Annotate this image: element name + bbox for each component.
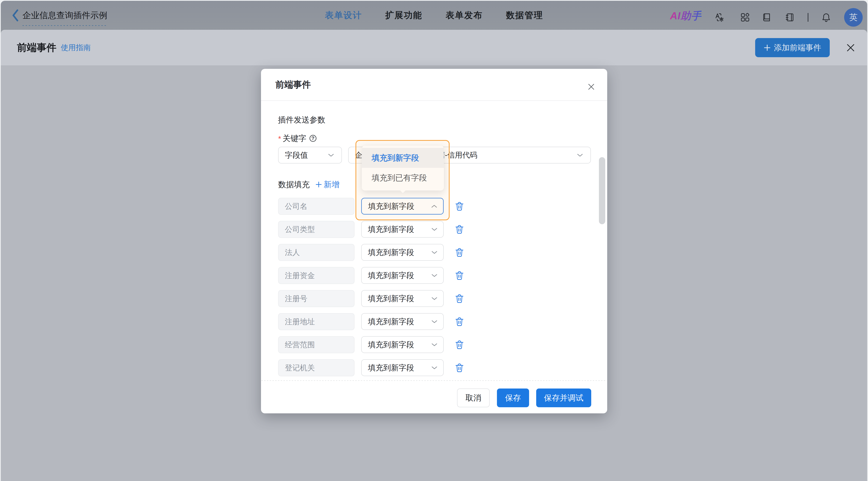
delete-row-icon[interactable] — [455, 225, 464, 234]
modal-header: 前端事件 — [261, 69, 607, 101]
add-new-link[interactable]: 新增 — [315, 179, 340, 190]
row-fill-select[interactable]: 填充到新字段 — [361, 221, 444, 238]
add-frontend-event-label: 添加前端事件 — [774, 42, 821, 53]
usage-guide-link[interactable]: 使用指南 — [61, 42, 91, 53]
chevron-down-icon — [431, 366, 437, 370]
delete-row-icon[interactable] — [455, 317, 464, 326]
book-icon[interactable] — [762, 13, 771, 22]
chevron-down-icon — [431, 320, 437, 323]
cancel-button[interactable]: 取消 — [457, 388, 490, 407]
navbar-row: 企业信息查询插件示例 表单设计 扩展功能 表单发布 数据管理 AI助手 — [1, 1, 867, 30]
tab-form-publish[interactable]: 表单发布 — [446, 9, 483, 21]
delete-row-icon[interactable] — [455, 248, 464, 257]
row-field-label: 注册资金 — [278, 267, 354, 284]
notebook-icon[interactable] — [785, 13, 795, 22]
panel-close-icon[interactable] — [846, 43, 855, 52]
fill-type-dropdown: 填充到新字段 填充到已有字段 — [362, 146, 444, 191]
form-name[interactable]: 企业信息查询插件示例 — [23, 10, 107, 21]
chevron-down-icon — [328, 154, 334, 157]
row-fill-select[interactable]: 填充到新字段 — [361, 290, 444, 307]
modal-scrollbar-thumb[interactable] — [599, 157, 605, 224]
row-field-label: 注册号 — [278, 290, 354, 307]
chevron-down-icon — [431, 274, 437, 277]
apps-icon[interactable] — [741, 13, 750, 22]
keyword-type-value: 字段值 — [285, 150, 308, 161]
bell-icon[interactable] — [822, 13, 831, 22]
chevron-down-icon — [431, 228, 437, 231]
row-field-label: 登记机关 — [278, 359, 354, 376]
chevron-down-icon — [577, 154, 583, 157]
avatar-label: 英 — [849, 12, 858, 23]
chevron-down-icon — [431, 251, 437, 254]
avatar[interactable]: 英 — [844, 8, 863, 27]
save-button[interactable]: 保存 — [497, 388, 529, 407]
tab-data-manage[interactable]: 数据管理 — [506, 9, 543, 21]
plus-icon — [764, 44, 771, 51]
modal-close-icon[interactable] — [588, 84, 595, 90]
data-fill-label: 数据填充 — [278, 179, 310, 190]
chevron-down-icon — [431, 297, 437, 300]
tab-extensions[interactable]: 扩展功能 — [385, 9, 422, 21]
delete-row-icon[interactable] — [455, 363, 464, 373]
ai-assistant-logo[interactable]: AI助手 — [670, 9, 702, 23]
chevron-up-icon — [431, 204, 437, 208]
nav-right-cluster: AI助手 — [670, 1, 867, 30]
row-fill-select[interactable]: 填充到新字段 — [361, 313, 444, 330]
save-and-debug-button[interactable]: 保存并调试 — [536, 388, 591, 407]
add-new-label: 新增 — [324, 179, 340, 190]
keyword-label: 关键字 — [283, 133, 306, 144]
keyword-label-row: * 关键字 ? — [278, 134, 316, 142]
translate-icon[interactable] — [715, 13, 723, 22]
panel-title: 前端事件 — [17, 41, 56, 54]
dropdown-option-selected[interactable]: 填充到新字段 — [362, 148, 444, 168]
frontend-event-modal: 前端事件 插件发送参数 * 关键字 ? 字段值 企业信息查询插件示例数据-信用代… — [261, 69, 607, 413]
delete-row-icon[interactable] — [455, 340, 464, 349]
panel-header: 前端事件 使用指南 添加前端事件 — [1, 30, 867, 66]
help-icon[interactable]: ? — [310, 135, 316, 142]
plus-icon — [315, 181, 322, 188]
row-fill-select[interactable]: 填充到新字段 — [361, 359, 444, 376]
row-fill-select[interactable]: 填充到新字段 — [361, 336, 444, 353]
chevron-down-icon — [431, 343, 437, 347]
delete-row-icon[interactable] — [455, 271, 464, 280]
row-field-label: 经营范围 — [278, 336, 354, 353]
row-field-label: 注册地址 — [278, 313, 354, 330]
row-fill-select[interactable]: 填充到新字段 — [361, 267, 444, 284]
nav-divider — [808, 13, 808, 22]
form-name-label: 企业信息查询插件示例 — [23, 10, 107, 20]
required-asterisk: * — [278, 135, 281, 143]
delete-row-icon[interactable] — [455, 201, 464, 211]
nav-tabs: 表单设计 扩展功能 表单发布 数据管理 — [325, 1, 543, 30]
row-field-label: 法人 — [278, 244, 354, 261]
delete-row-icon[interactable] — [455, 294, 464, 303]
data-fill-row: 数据填充 新增 — [278, 180, 340, 189]
tab-form-design[interactable]: 表单设计 — [325, 9, 362, 21]
footer-divider — [261, 380, 607, 381]
row-field-label: 公司名 — [278, 198, 354, 215]
add-frontend-event-button[interactable]: 添加前端事件 — [755, 38, 830, 57]
dropdown-option[interactable]: 填充到已有字段 — [362, 168, 444, 188]
back-icon[interactable] — [12, 9, 19, 22]
row-fill-select[interactable]: 填充到新字段 — [361, 244, 444, 261]
keyword-type-select[interactable]: 字段值 — [278, 147, 342, 163]
row-fill-select-focused[interactable]: 填充到新字段 — [361, 198, 444, 215]
row-field-label: 公司类型 — [278, 221, 354, 238]
plugin-params-label: 插件发送参数 — [278, 115, 325, 125]
modal-title: 前端事件 — [275, 79, 311, 91]
